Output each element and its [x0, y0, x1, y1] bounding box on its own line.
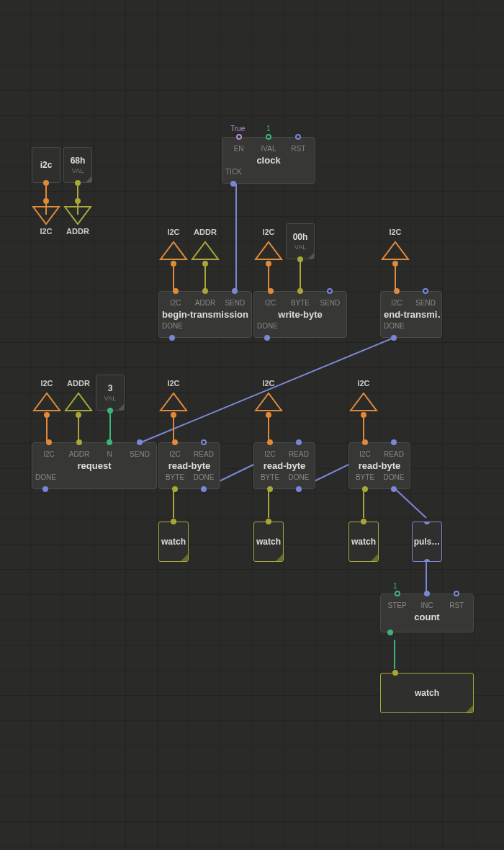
chip-addr68[interactable]: 68hVAL: [63, 147, 92, 183]
node-graph-canvas[interactable]: i2c 68hVAL I2C ADDR ENIVALRST clock TICK…: [0, 0, 504, 850]
node-title: begin-transmission: [159, 307, 251, 322]
pin-done[interactable]: DONE: [191, 473, 217, 488]
pin-done[interactable]: DONE: [35, 473, 56, 488]
bus-output-i2c[interactable]: I2C: [32, 205, 60, 225]
bus-input-rb2-i2c[interactable]: I2C: [254, 392, 283, 412]
node-write-byte[interactable]: I2CBYTESEND write-byte DONE: [253, 291, 347, 338]
pin-i2c[interactable]: I2C: [257, 443, 283, 458]
pulse-label: puls…: [414, 537, 441, 547]
chip-label: 00h: [293, 232, 308, 242]
tri-label: I2C: [159, 379, 188, 388]
pin-value-en: True: [230, 125, 245, 133]
node-watch-2[interactable]: watch: [253, 522, 284, 562]
node-title: write-byte: [254, 307, 346, 322]
watch-label: watch: [351, 537, 376, 547]
pin-send[interactable]: SEND: [317, 292, 343, 307]
node-watch-count[interactable]: watch: [380, 673, 474, 713]
bus-input-rq-i2c[interactable]: I2C: [32, 392, 61, 412]
bus-input-rb1-i2c[interactable]: I2C: [159, 392, 188, 412]
pin-inc[interactable]: INC: [413, 594, 440, 609]
pin-tick[interactable]: TICK: [225, 168, 242, 183]
tri-label: I2C: [159, 228, 188, 236]
chip-n3[interactable]: 3VAL: [96, 375, 125, 411]
pin-addr[interactable]: ADDR: [66, 443, 93, 458]
node-watch-1[interactable]: watch: [158, 522, 189, 562]
pin-read[interactable]: READ: [191, 443, 217, 458]
node-watch-3[interactable]: watch: [348, 522, 379, 562]
chip-sublabel: VAL: [104, 395, 116, 402]
watch-label: watch: [415, 688, 439, 698]
node-count[interactable]: STEPINCRST count: [380, 594, 474, 632]
chip-label: 68h: [71, 156, 86, 166]
node-pulse[interactable]: puls…: [412, 522, 442, 562]
node-title: request: [32, 458, 156, 473]
node-title: clock: [222, 153, 315, 168]
pin-byte[interactable]: BYTE: [287, 292, 313, 307]
bus-input-bt-addr[interactable]: ADDR: [191, 241, 220, 261]
pin-rst[interactable]: RST: [444, 594, 470, 609]
pin-done[interactable]: DONE: [257, 322, 278, 337]
pin-done[interactable]: DONE: [162, 322, 183, 337]
pin-done[interactable]: DONE: [384, 322, 405, 337]
pin-byte[interactable]: BYTE: [257, 473, 283, 488]
bus-input-rq-addr[interactable]: ADDR: [64, 392, 93, 412]
pin-step[interactable]: STEP: [384, 594, 410, 609]
tri-label: I2C: [254, 379, 283, 388]
pin-done[interactable]: DONE: [381, 473, 407, 488]
chip-label: i2c: [40, 160, 53, 170]
pin-en[interactable]: EN: [225, 138, 252, 153]
node-read-byte-3[interactable]: I2CREAD read-byte BYTEDONE: [348, 442, 410, 489]
pin-i2c[interactable]: I2C: [162, 443, 188, 458]
node-title: read-byte: [349, 458, 410, 473]
bus-input-rb3-i2c[interactable]: I2C: [349, 392, 378, 412]
node-read-byte-1[interactable]: I2CREAD read-byte BYTEDONE: [158, 442, 220, 489]
tri-label: I2C: [32, 227, 60, 236]
node-clock[interactable]: ENIVALRST clock TICK: [222, 137, 315, 184]
pin-n[interactable]: N: [96, 443, 123, 458]
tri-label: I2C: [349, 379, 378, 388]
pin-i2c[interactable]: I2C: [384, 292, 410, 307]
pin-send[interactable]: SEND: [413, 292, 438, 307]
bus-input-bt-i2c[interactable]: I2C: [159, 241, 188, 261]
pin-out[interactable]: [384, 625, 397, 632]
pin-i2c[interactable]: I2C: [35, 443, 63, 458]
node-end-transmission[interactable]: I2CSEND end-transmi… DONE: [380, 291, 442, 338]
pin-done[interactable]: DONE: [286, 473, 312, 488]
node-title: read-byte: [159, 458, 220, 473]
pin-read[interactable]: READ: [381, 443, 407, 458]
bus-input-wb-i2c[interactable]: I2C: [254, 241, 283, 261]
tri-label: I2C: [254, 228, 283, 236]
watch-label: watch: [161, 537, 186, 547]
node-read-byte-2[interactable]: I2CREAD read-byte BYTEDONE: [253, 442, 315, 489]
pin-i2c[interactable]: I2C: [352, 443, 378, 458]
chip-i2c[interactable]: i2c: [32, 147, 60, 183]
grid-background: [0, 0, 504, 850]
pin-byte[interactable]: BYTE: [162, 473, 188, 488]
pin-byte[interactable]: BYTE: [352, 473, 378, 488]
chip-sublabel: VAL: [72, 167, 84, 174]
node-title: end-transmi…: [381, 307, 441, 322]
tri-label: ADDR: [63, 227, 92, 236]
pin-read[interactable]: READ: [286, 443, 312, 458]
tri-label: I2C: [381, 228, 410, 236]
node-request[interactable]: I2CADDRNSEND request DONE: [32, 442, 157, 489]
pin-ival[interactable]: IVAL: [255, 138, 282, 153]
pin-rst[interactable]: RST: [285, 138, 312, 153]
node-title: read-byte: [254, 458, 315, 473]
tri-label: ADDR: [64, 379, 93, 388]
tri-label: I2C: [32, 379, 61, 388]
pin-value-step: 1: [393, 582, 397, 590]
chip-byte00[interactable]: 00hVAL: [286, 223, 315, 259]
pin-i2c[interactable]: I2C: [162, 292, 189, 307]
tri-label: ADDR: [191, 228, 220, 236]
pin-send[interactable]: SEND: [222, 292, 248, 307]
pin-addr[interactable]: ADDR: [192, 292, 218, 307]
chip-label: 3: [108, 383, 113, 393]
bus-input-et-i2c[interactable]: I2C: [381, 241, 410, 261]
pin-send[interactable]: SEND: [126, 443, 153, 458]
bus-output-addr[interactable]: ADDR: [63, 205, 92, 225]
watch-label: watch: [256, 537, 281, 547]
pin-i2c[interactable]: I2C: [257, 292, 284, 307]
node-begin-transmission[interactable]: I2CADDRSEND begin-transmission DONE: [158, 291, 252, 338]
pin-value-ival: 1: [266, 125, 271, 133]
